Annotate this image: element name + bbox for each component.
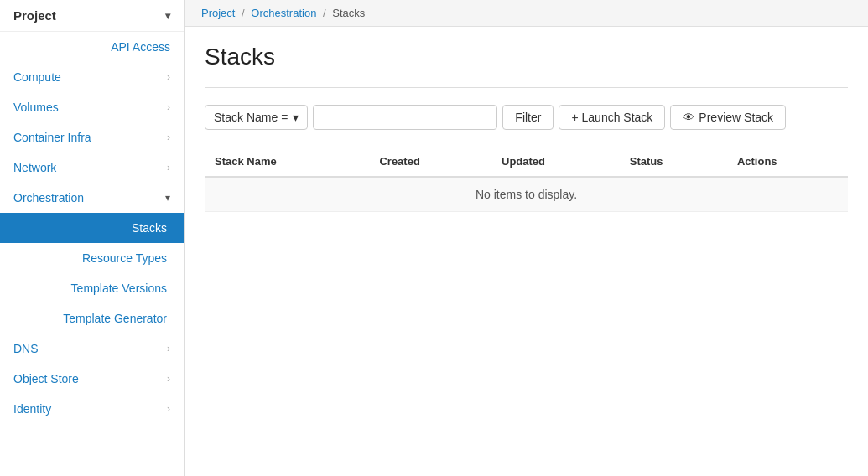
sidebar-item-dns[interactable]: DNS › [0, 334, 184, 364]
breadcrumb-project[interactable]: Project [201, 7, 235, 19]
object-store-chevron-icon: › [167, 373, 170, 385]
breadcrumb-sep-2: / [323, 7, 326, 19]
sidebar-item-label: Network [13, 161, 56, 174]
breadcrumb-orchestration[interactable]: Orchestration [251, 7, 316, 19]
sidebar-item-label: Container Infra [13, 131, 91, 144]
sidebar-project-label: Project [13, 8, 56, 23]
filter-dropdown[interactable]: Stack Name = ▾ [205, 105, 308, 130]
filter-bar: Stack Name = ▾ Filter + Launch Stack 👁 P… [205, 105, 848, 130]
col-status: Status [620, 147, 727, 177]
table-body: No items to display. [205, 177, 848, 212]
sidebar-item-label: Volumes [13, 101, 59, 114]
empty-message: No items to display. [205, 177, 848, 212]
preview-stack-label: Preview Stack [699, 111, 773, 124]
project-chevron-down-icon: ▾ [165, 10, 170, 22]
sidebar-project[interactable]: Project ▾ [0, 0, 184, 32]
page-title: Stacks [205, 44, 848, 70]
preview-stack-button[interactable]: 👁 Preview Stack [670, 105, 786, 130]
sidebar-item-orchestration[interactable]: Orchestration ▾ [0, 183, 184, 213]
sidebar-item-compute[interactable]: Compute › [0, 62, 184, 92]
orchestration-chevron-icon: ▾ [165, 192, 170, 204]
filter-button[interactable]: Filter [502, 105, 554, 130]
filter-dropdown-chevron-icon: ▾ [293, 111, 299, 124]
empty-row: No items to display. [205, 177, 848, 212]
sidebar-item-label: DNS [13, 342, 39, 355]
col-stack-name: Stack Name [205, 147, 369, 177]
sidebar-item-api-access[interactable]: API Access [0, 32, 184, 62]
dns-chevron-icon: › [167, 343, 170, 354]
sidebar-item-label: Object Store [13, 372, 79, 385]
stacks-table: Stack Name Created Updated Status Action… [205, 147, 848, 212]
filter-dropdown-label: Stack Name = [214, 111, 288, 124]
breadcrumb-sep-1: / [242, 7, 245, 19]
col-created: Created [369, 147, 491, 177]
compute-chevron-icon: › [167, 71, 170, 83]
container-infra-chevron-icon: › [167, 132, 170, 143]
sidebar-item-volumes[interactable]: Volumes › [0, 92, 184, 122]
sidebar-item-object-store[interactable]: Object Store › [0, 364, 184, 394]
eye-icon: 👁 [683, 111, 694, 124]
sidebar-item-label: Compute [13, 70, 61, 84]
col-updated: Updated [491, 147, 620, 177]
breadcrumb-stacks: Stacks [332, 7, 365, 19]
sidebar-item-container-infra[interactable]: Container Infra › [0, 122, 184, 153]
table-header: Stack Name Created Updated Status Action… [205, 147, 848, 177]
identity-chevron-icon: › [167, 403, 170, 415]
sidebar-item-label: Orchestration [13, 191, 84, 204]
col-actions: Actions [727, 147, 848, 177]
divider [205, 87, 848, 88]
sidebar-item-network[interactable]: Network › [0, 153, 184, 183]
volumes-chevron-icon: › [167, 101, 170, 113]
sidebar-item-template-generator[interactable]: Template Generator [0, 303, 184, 334]
sidebar: Project ▾ API Access Compute › Volumes ›… [0, 0, 185, 476]
network-chevron-icon: › [167, 162, 170, 173]
filter-input[interactable] [313, 105, 497, 130]
sidebar-item-label: Identity [13, 402, 51, 416]
page-content: Stacks Stack Name = ▾ Filter + Launch St… [185, 27, 868, 229]
sidebar-item-template-versions[interactable]: Template Versions [0, 273, 184, 303]
launch-stack-button[interactable]: + Launch Stack [559, 105, 665, 130]
sidebar-item-identity[interactable]: Identity › [0, 394, 184, 424]
main-content: Project / Orchestration / Stacks Stacks … [185, 0, 868, 476]
sidebar-item-resource-types[interactable]: Resource Types [0, 243, 184, 273]
breadcrumb: Project / Orchestration / Stacks [185, 0, 868, 27]
sidebar-item-stacks[interactable]: Stacks [0, 213, 184, 243]
